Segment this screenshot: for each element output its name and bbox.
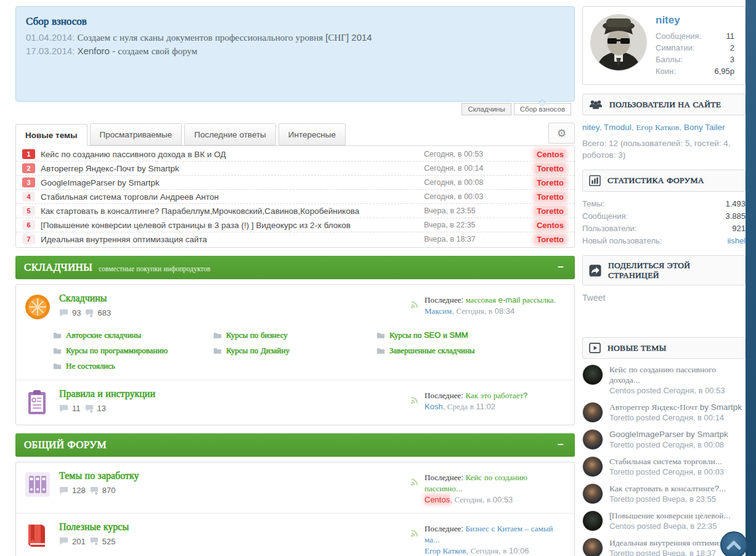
node-title-link[interactable]: Темы по заработку	[59, 470, 139, 481]
sidebar-topic-item: Автореггер Яндекс-Почт by Smartpk Torett…	[582, 402, 746, 423]
sidebar-topic-link[interactable]: GoogleImageParser by Smartpk	[609, 429, 728, 439]
announcement-tab-sbor-vznosov[interactable]: Сбор взносов	[514, 103, 571, 115]
subforum-link[interactable]: Курсы по Дизайну	[213, 346, 376, 356]
topic-user-link[interactable]: Toretto	[535, 206, 566, 216]
avatar[interactable]	[582, 402, 603, 423]
new-user-link[interactable]: iishel	[727, 235, 746, 247]
avatar[interactable]	[590, 14, 647, 71]
topic-title-link[interactable]: Как стартовать в консалтинге? Парабеллум…	[41, 206, 424, 216]
last-post-label: Последнее:	[425, 391, 463, 400]
node-main: Полезные курсы 201 525	[59, 521, 410, 556]
topic-title-link[interactable]: Кейс по созданию пассивного дохода в ВК …	[41, 150, 424, 159]
collapse-button[interactable]: −	[555, 439, 566, 451]
scroll-to-top-button[interactable]	[720, 531, 747, 556]
last-post-user-link[interactable]: Максим	[425, 306, 452, 316]
rss-icon[interactable]	[410, 295, 420, 322]
topic-date: Сегодня, в 00:53	[424, 150, 535, 158]
rss-icon[interactable]	[410, 523, 420, 556]
topic-row[interactable]: 1 Кейс по созданию пассивного дохода в В…	[16, 147, 574, 161]
topic-title-link[interactable]: [Повышение конверсии целевой страницы в …	[41, 221, 424, 230]
topic-user-link[interactable]: Toretto	[535, 192, 566, 202]
sidebar-topic-item: Стабильная система торговли... Toretto p…	[582, 456, 746, 478]
section-header-general: ОБЩИЙ ФОРУМ −	[15, 433, 575, 457]
replies-bubble-icon	[84, 309, 94, 317]
topic-row[interactable]: 2 Автореггер Яндекс-Почт by Smartpk Сего…	[16, 161, 574, 176]
avatar[interactable]	[582, 483, 603, 504]
forum-node-courses[interactable]: Полезные курсы 201 525 Последнее: Бизнес	[16, 513, 574, 556]
replies-count: 683	[97, 308, 111, 317]
forum-node-earn[interactable]: Темы по заработку 128 870 Последнее: Кей	[16, 462, 574, 513]
topic-row[interactable]: 6 [Повышение конверсии целевой страницы …	[16, 218, 574, 232]
topic-row[interactable]: 5 Как стартовать в консалтинге? Парабелл…	[16, 204, 574, 218]
node-counts: 11 13	[59, 404, 410, 413]
subforum-link[interactable]: Авторские складчины	[53, 330, 213, 340]
announcement-link[interactable]: Xenforo - создаем свой форум	[77, 46, 197, 56]
avatar[interactable]	[582, 364, 603, 385]
topic-user-link[interactable]: Centos	[535, 150, 566, 159]
sidebar-topic-item: Кейс по созданию пассивного дохода... Ce…	[582, 364, 746, 396]
subforum-link[interactable]: Не состоялись	[53, 361, 213, 371]
sidebar-topic-link[interactable]: [Повышение конверсии целевой...	[609, 510, 731, 521]
posts-count: 11	[72, 404, 81, 413]
tab-watched[interactable]: Просматриваемые	[90, 123, 182, 145]
subforum-link[interactable]: Завершенные складчины	[376, 346, 566, 356]
topic-date: Сегодня, в 00:08	[424, 178, 535, 187]
node-title-link[interactable]: Полезные курсы	[59, 521, 129, 532]
subforum-link[interactable]: Курсы по бизнесу	[213, 330, 376, 340]
avatar[interactable]	[582, 510, 603, 531]
avatar[interactable]	[582, 538, 603, 556]
tab-interesting[interactable]: Интересные	[278, 123, 346, 145]
rss-icon[interactable]	[410, 390, 420, 418]
topic-title-link[interactable]: Идеальная внутренняя оптимизация сайта	[41, 235, 424, 244]
tweet-button[interactable]: Tweet	[582, 293, 746, 303]
profile-username[interactable]: nitey	[656, 14, 734, 27]
subforum-link[interactable]: Курсы по SEO и SMM	[376, 330, 566, 340]
avatar[interactable]	[582, 456, 603, 477]
tab-latest-replies[interactable]: Последние ответы	[184, 123, 276, 145]
replies-bubble-icon	[89, 537, 99, 546]
node-title-link[interactable]: Складчины	[59, 293, 107, 303]
last-post-user-link[interactable]: Егор Катков	[425, 546, 466, 555]
topic-row[interactable]: 7 Идеальная внутренняя оптимизация сайта…	[16, 232, 574, 246]
profile-info: nitey Сообщения:11 Симпатии:2 Баллы:3 Ко…	[656, 14, 734, 77]
last-post-user-link[interactable]: Kosh	[425, 402, 443, 411]
online-user-link[interactable]: nitey	[582, 123, 600, 132]
gear-icon: ⚙	[557, 127, 566, 139]
online-user-link[interactable]: Bony Tailer	[684, 123, 725, 132]
topic-user-link[interactable]: Toretto	[535, 178, 566, 187]
last-post-title-link[interactable]: Как это работает?	[465, 391, 527, 400]
last-post-title-link[interactable]: массовая e-mail рассылка.	[465, 295, 556, 305]
video-play-icon	[589, 343, 601, 353]
topic-title-link[interactable]: GoogleImageParser by Smartpk	[41, 178, 424, 187]
tab-new-topics[interactable]: Новые темы	[15, 124, 87, 146]
background-strip	[746, 0, 756, 556]
sidebar-topic-link[interactable]: Стабильная система торговли...	[609, 456, 724, 467]
last-post-user-link[interactable]: Centos	[425, 495, 450, 504]
node-title-link[interactable]: Правила и инструкции	[59, 388, 155, 399]
topic-user-link[interactable]: Toretto	[535, 235, 566, 244]
sidebar-topic-link[interactable]: Как стартовать в консалтинге?...	[609, 483, 726, 494]
subforum-link[interactable]: Курсы по программированию	[53, 346, 213, 356]
settings-button[interactable]: ⚙	[548, 123, 575, 144]
sidebar-topic-link[interactable]: Кейс по созданию пассивного дохода...	[609, 364, 746, 385]
block-title: СТАТИСТИКА ФОРУМА	[608, 176, 704, 186]
section-subtitle: совместные покупки инфопродуктов	[99, 265, 210, 272]
announcement-tab-skladchiny[interactable]: Складчины	[461, 103, 511, 115]
rss-icon[interactable]	[410, 472, 420, 506]
sidebar-topic-link[interactable]: Автореггер Яндекс-Почт by Smartpk	[609, 402, 742, 412]
topic-row[interactable]: 3 GoogleImageParser by Smartpk Сегодня, …	[16, 176, 574, 190]
forum-node-skladchiny[interactable]: Складчины 93 683 Последнее: массовая e-m	[16, 285, 574, 329]
topic-number-badge: 1	[22, 149, 35, 159]
topic-user-link[interactable]: Centos	[535, 221, 566, 230]
avatar[interactable]	[582, 429, 603, 450]
collapse-button[interactable]: −	[555, 261, 566, 274]
topic-title-link[interactable]: Автореггер Яндекс-Почт by Smartpk	[41, 164, 424, 173]
topic-number-badge: 2	[22, 163, 35, 173]
online-user-link[interactable]: Tmodul	[604, 123, 632, 132]
topic-user-link[interactable]: Toretto	[535, 164, 566, 173]
online-user-link[interactable]: Егор Катков	[636, 123, 679, 132]
forum-node-rules[interactable]: Правила и инструкции 11 13 Последнее: Ка	[16, 380, 574, 425]
topic-title-link[interactable]: Стабильная система торговли Андреев Анто…	[41, 192, 424, 202]
announcement-link[interactable]: Создаем с нуля сканы документов професси…	[77, 32, 372, 43]
topic-row[interactable]: 4 Стабильная система торговли Андреев Ан…	[16, 190, 574, 204]
